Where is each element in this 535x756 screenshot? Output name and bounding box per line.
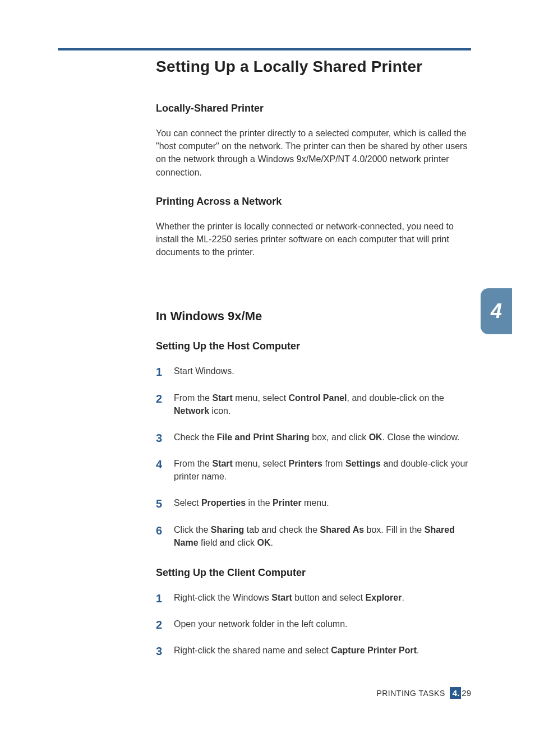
list-item: Right-click the Windows Start button and… <box>156 591 470 604</box>
steps-host: Start Windows. From the Start menu, sele… <box>156 365 470 549</box>
header-rule <box>58 48 471 50</box>
page-title: Setting Up a Locally Shared Printer <box>156 58 470 76</box>
paragraph-printing-network: Whether the printer is locally connected… <box>156 220 470 259</box>
page-footer: PRINTING TASKS 4.29 <box>376 687 471 699</box>
list-item: Select Properties in the Printer menu. <box>156 496 470 509</box>
list-item: From the Start menu, select Printers fro… <box>156 457 470 483</box>
subsection-heading-host: Setting Up the Host Computer <box>156 340 470 352</box>
paragraph-locally-shared: You can connect the printer directly to … <box>156 127 470 179</box>
subsection-heading-client: Setting Up the Client Computer <box>156 567 470 579</box>
section-heading-locally-shared: Locally-Shared Printer <box>156 103 470 114</box>
section-heading-windows9x: In Windows 9x/Me <box>156 309 470 324</box>
footer-chapter-number: 4. <box>450 687 462 699</box>
list-item: Right-click the shared name and select C… <box>156 644 470 657</box>
footer-page-number: 4.29 <box>450 687 471 699</box>
footer-section-label: PRINTING TASKS <box>376 689 445 698</box>
list-item: From the Start menu, select Control Pane… <box>156 391 470 417</box>
footer-page-num: 29 <box>462 688 471 698</box>
chapter-tab: 4 <box>481 288 512 334</box>
list-item: Start Windows. <box>156 365 470 377</box>
steps-client: Right-click the Windows Start button and… <box>156 591 470 657</box>
section-heading-printing-network: Printing Across a Network <box>156 196 470 208</box>
chapter-tab-number: 4 <box>491 299 502 323</box>
list-item: Check the File and Print Sharing box, an… <box>156 431 470 444</box>
list-item: Click the Sharing tab and check the Shar… <box>156 523 470 549</box>
list-item: Open your network folder in the left col… <box>156 617 470 630</box>
main-content: Setting Up a Locally Shared Printer Loca… <box>156 58 470 675</box>
